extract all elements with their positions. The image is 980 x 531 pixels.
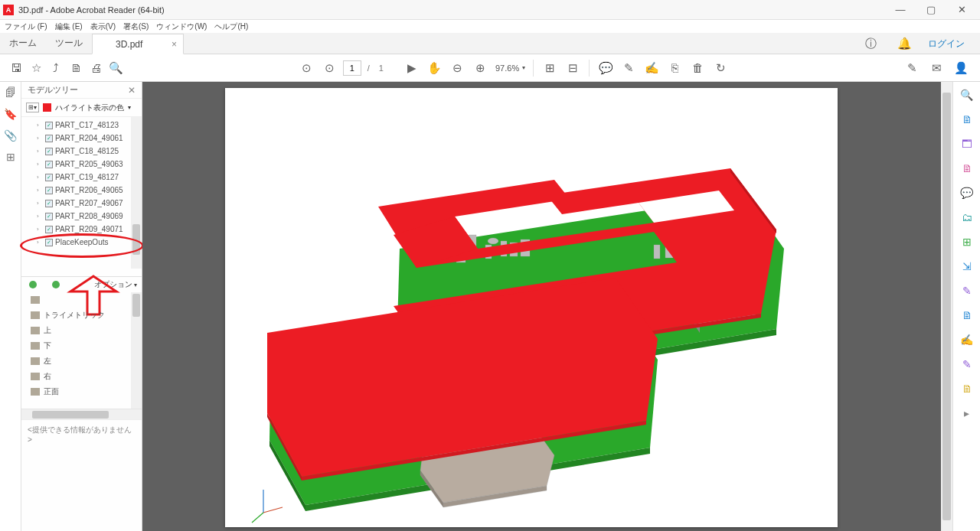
tool-export-icon[interactable]: 🗎 — [960, 112, 974, 126]
content-vscrollbar[interactable] — [941, 82, 952, 531]
tools-search-icon[interactable]: 🔍 — [960, 88, 974, 102]
tool-create-icon[interactable]: 🗎 — [960, 161, 974, 175]
tool-convert-icon[interactable]: 🗎 — [960, 382, 974, 396]
tree-row[interactable]: ›✓PART_C18_48125 — [21, 145, 142, 158]
highlight-icon[interactable]: ✎ — [619, 58, 639, 78]
tree-scrollbar[interactable] — [131, 117, 142, 269]
highlight-label: ハイライト表示の色 — [55, 103, 124, 113]
menu-bar: ファイル (F) 編集 (E) 表示(V) 署名(S) ウィンドウ(W) ヘルプ… — [0, 20, 980, 33]
tree-row[interactable]: ›✓PART_R209_49071 — [21, 223, 142, 236]
bell-icon[interactable]: 🔔 — [894, 34, 914, 54]
tree-row[interactable]: ›✓PART_R205_49063 — [21, 158, 142, 171]
menu-file[interactable]: ファイル (F) — [2, 21, 51, 32]
views-add-icon[interactable] — [29, 281, 37, 288]
bookmarks-icon[interactable]: 🔖 — [4, 108, 17, 120]
camera-icon — [31, 388, 40, 396]
cursor-icon[interactable]: ▶ — [402, 58, 422, 78]
tool-more-icon[interactable]: ✎ — [960, 357, 974, 371]
pdf-page[interactable] — [225, 88, 838, 527]
zoom-out-icon[interactable]: ⊖ — [448, 58, 468, 78]
tool-combine-icon[interactable]: 🗂 — [960, 210, 974, 224]
tool-compress-icon[interactable]: ⇲ — [960, 259, 974, 273]
tab-document[interactable]: 3D.pdf × — [92, 34, 184, 54]
views-list: トライメトリック 上 下 左 右 正面 — [21, 292, 142, 409]
tree-row[interactable]: ›✓PART_C19_48127 — [21, 171, 142, 184]
print-icon[interactable]: 🖨 — [86, 58, 106, 78]
tools-rail: 🔍 🗎 🗔 🗎 💬 🗂 ⊞ ⇲ ✎ 🗎 ✍ ✎ 🗎 ▸ — [952, 82, 980, 531]
menu-view[interactable]: 表示(V) — [87, 21, 119, 32]
mail-icon[interactable]: ✉ — [926, 58, 946, 78]
refresh-icon[interactable]: ↻ — [710, 58, 730, 78]
views-scrollbar[interactable] — [131, 292, 142, 409]
tree-row[interactable]: ›✓PART_C17_48123 — [21, 119, 142, 132]
tab-tool[interactable]: ツール — [46, 32, 92, 54]
tree-mode-icon[interactable]: ⊞▾ — [26, 103, 39, 112]
upload-icon[interactable]: ⤴ — [46, 58, 66, 78]
attachment-icon[interactable]: 📎 — [4, 129, 17, 142]
svg-line-45 — [252, 513, 263, 523]
stamp-icon[interactable]: ⎘ — [665, 58, 684, 78]
view-item[interactable]: トライメトリック — [21, 308, 142, 323]
thumbnails-icon[interactable]: 🗐 — [5, 86, 16, 99]
sign-icon[interactable]: ✍ — [642, 58, 662, 78]
tab-close-icon[interactable]: × — [172, 39, 177, 50]
collapse-rail-icon[interactable]: ▸ — [960, 406, 974, 420]
star-icon[interactable]: ☆ — [26, 58, 46, 78]
zoom-in-icon[interactable]: ⊕ — [471, 58, 491, 78]
camera-icon — [31, 327, 40, 334]
fitwidth-icon[interactable]: ⊟ — [563, 58, 583, 78]
page-number-input[interactable] — [343, 60, 361, 76]
view-item[interactable]: 上 — [21, 323, 142, 338]
camera-icon — [31, 296, 40, 304]
tree-row[interactable]: ›✓PART_R204_49061 — [21, 132, 142, 145]
menu-help[interactable]: ヘルプ(H) — [211, 21, 251, 32]
tree-row[interactable]: ›✓PART_R207_49067 — [21, 197, 142, 210]
highlight-dropdown-icon[interactable]: ▾ — [128, 104, 131, 111]
account-icon[interactable]: 👤 — [951, 58, 971, 78]
tab-home[interactable]: ホーム — [0, 32, 46, 54]
tool-protect-icon[interactable]: 🗎 — [960, 308, 974, 322]
trash-icon[interactable]: 🗑 — [688, 58, 707, 78]
close-window-button[interactable]: ✕ — [946, 0, 977, 20]
signature-icon[interactable]: ✎ — [902, 58, 922, 78]
hand-icon[interactable]: ✋ — [425, 58, 445, 78]
page-separator: / — [364, 64, 373, 73]
page-total: 1 — [376, 64, 387, 73]
page-up-icon[interactable]: ⊙ — [297, 58, 317, 78]
view-item[interactable]: 右 — [21, 369, 142, 384]
minimize-button[interactable]: — — [885, 0, 916, 20]
search-icon[interactable]: 🔍 — [106, 58, 126, 78]
tool-sign-icon[interactable]: ✍ — [960, 333, 974, 347]
menu-edit[interactable]: 編集 (E) — [52, 21, 86, 32]
zoom-dropdown[interactable]: 97.6%▾ — [494, 64, 527, 73]
tree-row[interactable]: ›✓PART_R208_49069 — [21, 210, 142, 223]
page-down-icon[interactable]: ⊙ — [320, 58, 340, 78]
view-item[interactable]: 下 — [21, 338, 142, 353]
page-icon[interactable]: 🗎 — [66, 58, 86, 78]
model-tree-icon[interactable]: ⊞ — [6, 151, 15, 163]
login-link[interactable]: ログイン — [928, 37, 965, 50]
tree-row-placekeepouts[interactable]: ›✓PlaceKeepOuts — [21, 236, 142, 249]
tool-comment-icon[interactable]: 💬 — [960, 186, 974, 200]
document-viewport[interactable] — [142, 82, 952, 531]
panel-hscroll[interactable] — [21, 409, 142, 419]
views-add2-icon[interactable] — [52, 281, 60, 288]
menu-sign[interactable]: 署名(S) — [120, 21, 152, 32]
panel-close-icon[interactable]: ✕ — [128, 85, 136, 96]
view-item[interactable]: 左 — [21, 353, 142, 369]
save-icon[interactable]: 🖫 — [6, 58, 26, 78]
views-options-dropdown[interactable]: オプション▾ — [94, 279, 137, 290]
comment-icon[interactable]: 💬 — [596, 58, 616, 78]
maximize-button[interactable]: ▢ — [916, 0, 946, 20]
help-icon[interactable]: ⓘ — [861, 34, 880, 54]
tree-row[interactable]: ›✓PART_R206_49065 — [21, 184, 142, 197]
fit-icon[interactable]: ⊞ — [540, 58, 560, 78]
tool-edit-icon[interactable]: 🗔 — [960, 137, 974, 151]
view-item[interactable] — [21, 292, 142, 308]
menu-window[interactable]: ウィンドウ(W) — [153, 21, 210, 32]
tool-redact-icon[interactable]: ✎ — [960, 284, 974, 298]
3d-model-view[interactable] — [225, 88, 838, 527]
tool-organize-icon[interactable]: ⊞ — [960, 235, 974, 249]
highlight-color-swatch[interactable] — [43, 103, 51, 112]
view-item[interactable]: 正面 — [21, 384, 142, 399]
